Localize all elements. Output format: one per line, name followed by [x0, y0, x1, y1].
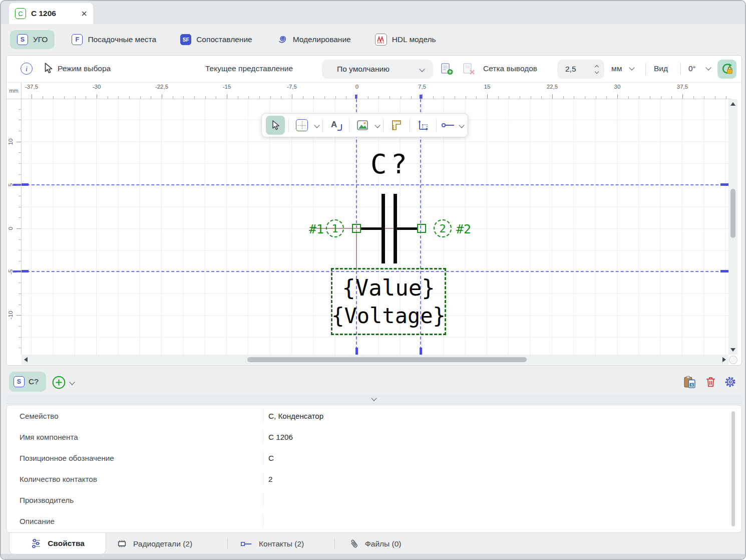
capacitor-plate-left[interactable]: [382, 194, 385, 263]
tab-mapping[interactable]: SF Сопоставление: [173, 30, 259, 49]
paste-part-button[interactable]: S: [683, 375, 696, 391]
h-scroll-thumb[interactable]: [247, 357, 527, 362]
add-view-icon[interactable]: [440, 63, 454, 78]
shape-tool-chevron-icon[interactable]: [314, 122, 319, 128]
property-value[interactable]: C, Конденсатор: [258, 412, 323, 420]
property-value[interactable]: 2: [258, 475, 272, 483]
app-window: C C 1206 × S УГО F Посадочные места SF С…: [0, 0, 746, 560]
collapse-chevron-icon[interactable]: [371, 395, 377, 401]
pin-tool-button[interactable]: [440, 116, 456, 135]
property-row: Количество контактов 2: [7, 468, 741, 489]
status-strip: [1, 554, 745, 560]
transform-tool-button[interactable]: [414, 116, 433, 135]
property-label: Производитель: [7, 496, 258, 504]
pin1-number-bubble[interactable]: 1: [326, 219, 344, 237]
rotation-value[interactable]: 0°: [688, 64, 696, 73]
chip-icon: [116, 538, 128, 549]
close-tab-icon[interactable]: ×: [81, 9, 87, 19]
guide-end-marker: [420, 348, 422, 355]
guide-end-marker: [22, 270, 29, 272]
property-value[interactable]: C: [258, 454, 274, 462]
schematic-canvas[interactable]: C? 1 2 #1 #2 {Value} {Voltage}: [22, 99, 728, 355]
symbol-s-icon: S: [17, 34, 28, 45]
scroll-up-icon[interactable]: [730, 102, 735, 106]
unit-select-value[interactable]: мм: [611, 64, 622, 73]
v-scroll-thumb[interactable]: [730, 189, 735, 238]
symbol-part-chip[interactable]: S C?: [9, 372, 46, 392]
pin1-number: 1: [331, 222, 338, 235]
symbol-editor: i Режим выбора Текущее представление По …: [6, 55, 742, 366]
value-attribute-text[interactable]: {Value}: [342, 275, 435, 301]
property-row: Имя компонента C 1206: [7, 426, 741, 447]
tab-hdl-model[interactable]: HDL модель: [368, 30, 443, 50]
delete-view-icon[interactable]: [462, 63, 476, 78]
select-tool-button[interactable]: [266, 116, 285, 135]
view-select[interactable]: По умолчанию: [322, 60, 433, 79]
trash-icon: [704, 376, 717, 388]
panel-collapse-band[interactable]: [6, 395, 742, 404]
tab-properties-label: Свойства: [48, 539, 85, 548]
pin-tool-chevron-icon[interactable]: [459, 122, 464, 128]
footprint-f-icon: F: [72, 34, 83, 45]
tab-footprints-label: Посадочные места: [88, 35, 156, 44]
plus-circle-icon: [52, 376, 66, 389]
pin1-lead[interactable]: [361, 227, 382, 230]
scroll-down-icon[interactable]: [730, 348, 735, 352]
toolbar-divider: [383, 119, 384, 132]
measure-tool-button[interactable]: [387, 116, 406, 135]
image-tool-chevron-icon[interactable]: [375, 122, 380, 128]
h-scrollbar[interactable]: [22, 355, 728, 365]
symbol-s-icon: S: [14, 376, 25, 387]
tab-parts[interactable]: Радиодетали (2): [116, 533, 192, 554]
stepper-down-icon[interactable]: [595, 69, 599, 73]
pin2-pad-label: #2: [456, 222, 471, 236]
view-menu-label[interactable]: Вид: [654, 64, 668, 73]
resize-grip[interactable]: [729, 356, 737, 364]
stepper-up-icon[interactable]: [595, 65, 599, 69]
current-view-label: Текущее представление: [205, 64, 293, 73]
part-settings-button[interactable]: [724, 376, 736, 390]
sync-lock-button[interactable]: [717, 60, 736, 79]
property-label: Семейство: [7, 412, 258, 420]
scroll-left-icon[interactable]: [24, 357, 28, 362]
shape-tool-button[interactable]: [292, 116, 311, 135]
attribute-selection-box[interactable]: {Value} {Voltage}: [331, 268, 446, 335]
pin-grid-stepper[interactable]: 2,5: [557, 60, 604, 79]
text-tool-button[interactable]: A: [326, 116, 345, 135]
cursor-mode-icon: [43, 62, 54, 76]
properties-scrollbar[interactable]: [731, 411, 735, 526]
add-part-chevron-icon[interactable]: [69, 379, 75, 385]
ruler-icon: [391, 119, 403, 131]
info-icon[interactable]: i: [21, 63, 33, 75]
transform-icon: [417, 119, 429, 131]
tab-simulation[interactable]: Моделирование: [269, 29, 358, 51]
tab-files[interactable]: Файлы (0): [348, 533, 402, 554]
v-scrollbar[interactable]: [728, 99, 737, 355]
pin-icon: [441, 122, 455, 129]
pin1-connection-square[interactable]: [352, 224, 361, 233]
pin2-connection-square[interactable]: [417, 224, 426, 233]
column-divider: [263, 493, 263, 506]
delete-part-button[interactable]: [704, 376, 717, 390]
image-tool-button[interactable]: [353, 116, 372, 135]
tab-ugo[interactable]: S УГО: [10, 30, 55, 49]
tab-contacts[interactable]: Контакты (2): [240, 533, 304, 554]
refdes-text[interactable]: C?: [370, 148, 411, 180]
voltage-attribute-text[interactable]: {Voltage}: [331, 304, 446, 328]
svg-text:S: S: [690, 383, 693, 387]
tab-properties[interactable]: Свойства: [9, 533, 106, 554]
rotation-chevron-icon[interactable]: [705, 65, 711, 70]
column-divider: [263, 514, 263, 527]
add-part-button[interactable]: [52, 376, 66, 391]
capacitor-plate-right[interactable]: [394, 194, 397, 263]
document-tab[interactable]: C C 1206 ×: [9, 3, 93, 24]
property-row: Семейство C, Конденсатор: [7, 405, 741, 426]
pin2-number-bubble[interactable]: 2: [434, 219, 452, 237]
component-c-icon: C: [15, 8, 26, 19]
scroll-right-icon[interactable]: [722, 357, 726, 362]
guide-end-marker: [22, 183, 29, 186]
unit-chevron-icon[interactable]: [629, 65, 634, 70]
pin2-lead[interactable]: [397, 227, 417, 230]
tab-footprints[interactable]: F Посадочные места: [65, 30, 163, 49]
tab-files-label: Файлы (0): [365, 539, 402, 548]
